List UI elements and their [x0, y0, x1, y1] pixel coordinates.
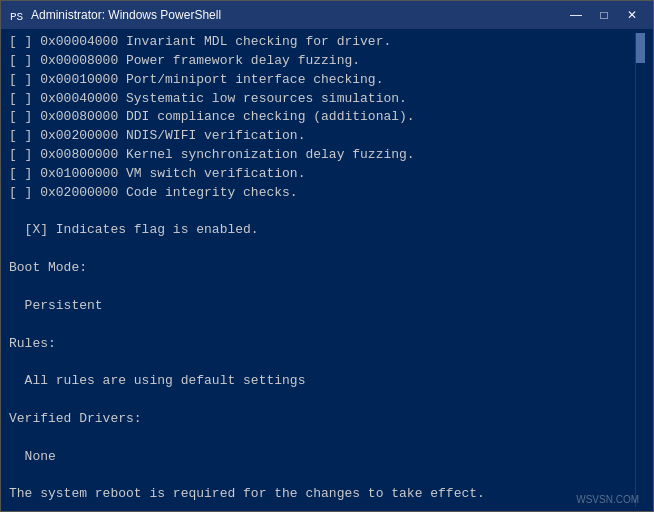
- window-controls: — □ ✕: [563, 5, 645, 25]
- minimize-button[interactable]: —: [563, 5, 589, 25]
- title-bar: PS Administrator: Windows PowerShell — □…: [1, 1, 653, 29]
- scrollbar[interactable]: [635, 33, 645, 507]
- scrollbar-thumb[interactable]: [636, 33, 645, 63]
- close-button[interactable]: ✕: [619, 5, 645, 25]
- powershell-window: PS Administrator: Windows PowerShell — □…: [0, 0, 654, 512]
- powershell-icon: PS: [9, 7, 25, 23]
- window-title: Administrator: Windows PowerShell: [31, 8, 563, 22]
- terminal-content[interactable]: [ ] 0x00004000 Invariant MDL checking fo…: [9, 33, 635, 507]
- watermark: WSVSN.COM: [576, 494, 639, 505]
- maximize-button[interactable]: □: [591, 5, 617, 25]
- svg-text:PS: PS: [10, 11, 24, 23]
- terminal-body: [ ] 0x00004000 Invariant MDL checking fo…: [1, 29, 653, 511]
